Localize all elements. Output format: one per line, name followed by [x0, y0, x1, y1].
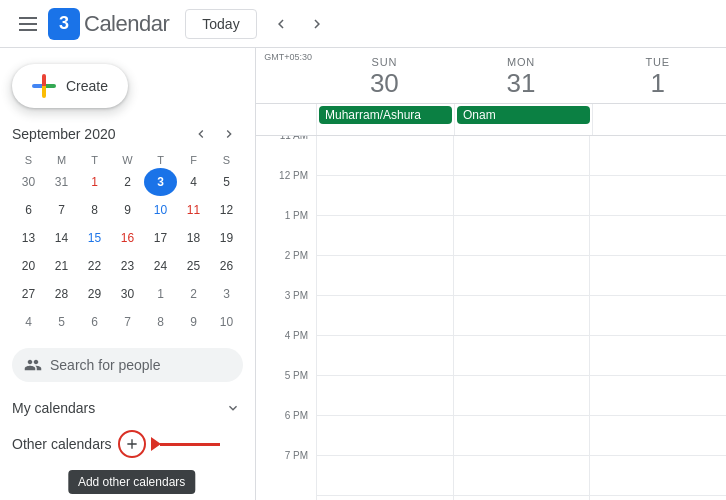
grid-row[interactable]	[590, 136, 726, 176]
next-button[interactable]	[301, 8, 333, 40]
mini-next-button[interactable]	[215, 120, 243, 148]
grid-row[interactable]	[590, 216, 726, 256]
logo-icon: 3	[48, 8, 80, 40]
cal-day[interactable]: 28	[45, 280, 78, 308]
add-calendars-button[interactable]	[118, 430, 146, 458]
chevron-left-icon	[272, 15, 290, 33]
cal-day[interactable]: 24	[144, 252, 177, 280]
day-name-sun: SUN	[320, 56, 449, 68]
grid-row[interactable]	[590, 416, 726, 456]
cal-day[interactable]: 29	[78, 280, 111, 308]
timezone-label: GMT+05:30	[256, 48, 316, 103]
create-button[interactable]: Create	[12, 64, 128, 108]
grid-row[interactable]	[590, 256, 726, 296]
cal-day[interactable]: 31	[45, 168, 78, 196]
cal-day[interactable]: 8	[144, 308, 177, 336]
cal-day[interactable]: 17	[144, 224, 177, 252]
grid-col-mon[interactable]	[453, 136, 590, 500]
grid-row[interactable]	[454, 216, 590, 256]
cal-day[interactable]: 6	[12, 196, 45, 224]
cal-day[interactable]: 7	[111, 308, 144, 336]
cal-day[interactable]: 21	[45, 252, 78, 280]
time-column: 11 AM 12 PM 1 PM 2 PM 3 PM 4 PM 5 PM 6 P…	[256, 136, 316, 500]
cal-day[interactable]: 4	[177, 168, 210, 196]
grid-row[interactable]	[590, 296, 726, 336]
grid-row[interactable]	[317, 416, 453, 456]
grid-row[interactable]	[317, 256, 453, 296]
prev-button[interactable]	[265, 8, 297, 40]
grid-row[interactable]	[454, 256, 590, 296]
cal-day[interactable]: 10	[210, 308, 243, 336]
chevron-right-icon	[308, 15, 326, 33]
grid-row[interactable]	[590, 336, 726, 376]
day-col-sun: SUN 30	[316, 48, 453, 103]
grid-row[interactable]	[590, 376, 726, 416]
cal-day[interactable]: 22	[78, 252, 111, 280]
today-button[interactable]: Today	[185, 9, 256, 39]
plus-icon	[124, 436, 140, 452]
all-day-row: Muharram/Ashura Onam	[256, 104, 726, 136]
grid-row[interactable]	[454, 336, 590, 376]
cal-day[interactable]: 15	[78, 224, 111, 252]
search-people[interactable]: Search for people	[12, 348, 243, 382]
event-muharram[interactable]: Muharram/Ashura	[319, 106, 452, 124]
grid-row[interactable]	[317, 376, 453, 416]
cal-week-2: 6 7 8 9 10 11 12	[12, 196, 243, 224]
cal-week-1: 30 31 1 2 3 4 5	[12, 168, 243, 196]
mini-prev-button[interactable]	[187, 120, 215, 148]
grid-row[interactable]	[317, 136, 453, 176]
cal-day[interactable]: 12	[210, 196, 243, 224]
cal-day[interactable]: 14	[45, 224, 78, 252]
cal-day[interactable]: 1	[78, 168, 111, 196]
other-calendars-title: Other calendars	[12, 436, 112, 452]
cal-day[interactable]: 30	[12, 168, 45, 196]
cal-day[interactable]: 20	[12, 252, 45, 280]
cal-day[interactable]: 8	[78, 196, 111, 224]
cal-day[interactable]: 19	[210, 224, 243, 252]
cal-day[interactable]: 2	[177, 280, 210, 308]
cal-day[interactable]: 16	[111, 224, 144, 252]
app-header: 3 Calendar Today	[0, 0, 726, 48]
grid-row[interactable]	[454, 176, 590, 216]
cal-day[interactable]: 30	[111, 280, 144, 308]
cal-day[interactable]: 1	[144, 280, 177, 308]
cal-day[interactable]: 18	[177, 224, 210, 252]
grid-row[interactable]	[454, 376, 590, 416]
nav-arrows	[265, 8, 333, 40]
grid-row[interactable]	[317, 336, 453, 376]
my-calendars-header[interactable]: My calendars	[12, 394, 243, 422]
cal-day[interactable]: 26	[210, 252, 243, 280]
grid-row[interactable]	[317, 216, 453, 256]
event-onam[interactable]: Onam	[457, 106, 590, 124]
cal-day[interactable]: 25	[177, 252, 210, 280]
grid-row[interactable]	[317, 456, 453, 496]
grid-row[interactable]	[317, 296, 453, 336]
cal-day[interactable]: 5	[45, 308, 78, 336]
cal-day[interactable]: 6	[78, 308, 111, 336]
cal-day[interactable]: 3	[210, 280, 243, 308]
cal-day[interactable]: 7	[45, 196, 78, 224]
cal-day[interactable]: 23	[111, 252, 144, 280]
grid-row[interactable]	[317, 176, 453, 216]
menu-button[interactable]	[8, 4, 48, 44]
cal-day[interactable]: 5	[210, 168, 243, 196]
grid-col-tue[interactable]	[589, 136, 726, 500]
cal-day[interactable]: 10	[144, 196, 177, 224]
cal-day-today[interactable]: 3	[144, 168, 177, 196]
grid-row[interactable]	[454, 296, 590, 336]
grid-col-sun[interactable]	[316, 136, 453, 500]
grid-row[interactable]	[454, 136, 590, 176]
cal-day[interactable]: 27	[12, 280, 45, 308]
cal-day[interactable]: 2	[111, 168, 144, 196]
cal-day[interactable]: 13	[12, 224, 45, 252]
grid-row[interactable]	[454, 416, 590, 456]
cal-week-3: 13 14 15 16 17 18 19	[12, 224, 243, 252]
grid-row[interactable]	[454, 456, 590, 496]
cal-day[interactable]: 9	[111, 196, 144, 224]
cal-day[interactable]: 9	[177, 308, 210, 336]
cal-day[interactable]: 11	[177, 196, 210, 224]
grid-row[interactable]	[590, 456, 726, 496]
cal-day[interactable]: 4	[12, 308, 45, 336]
add-calendar-wrapper: Add other calendars	[118, 430, 146, 458]
grid-row[interactable]	[590, 176, 726, 216]
